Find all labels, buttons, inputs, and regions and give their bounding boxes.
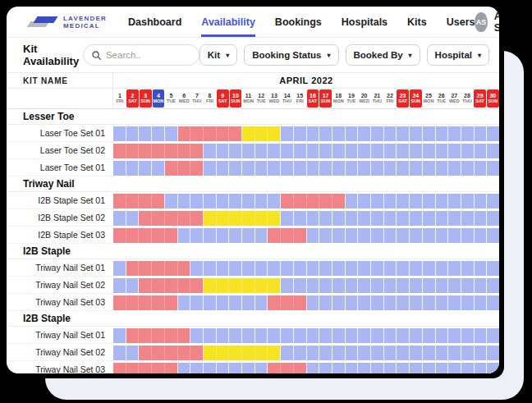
nav-item-hospitals[interactable]: Hospitals (342, 7, 388, 37)
availability-cell-booked[interactable] (139, 328, 152, 343)
availability-cell-available[interactable] (332, 228, 346, 243)
availability-cell-available[interactable] (397, 328, 410, 343)
availability-cell-available[interactable] (384, 261, 397, 276)
availability-cell-available[interactable] (165, 126, 178, 141)
availability-cell-pending[interactable] (268, 126, 281, 141)
filter-kit-dropdown[interactable]: Kit▾ (200, 44, 237, 66)
availability-cell-booked[interactable] (139, 261, 152, 276)
availability-cell-booked[interactable] (165, 328, 178, 343)
availability-cell-available[interactable] (423, 228, 436, 243)
availability-cell-available[interactable] (448, 278, 461, 293)
availability-cell-booked[interactable] (152, 211, 165, 226)
availability-cell-available[interactable] (487, 278, 499, 293)
availability-cell-available[interactable] (178, 363, 191, 374)
availability-cell-available[interactable] (126, 278, 140, 293)
availability-cell-available[interactable] (204, 295, 217, 310)
availability-cell-available[interactable] (358, 126, 371, 141)
availability-cell-available[interactable] (229, 144, 242, 158)
availability-cell-available[interactable] (423, 194, 436, 208)
availability-cell-pending[interactable] (255, 126, 268, 141)
availability-cell-available[interactable] (255, 261, 268, 276)
availability-cell-available[interactable] (178, 194, 191, 208)
availability-cell-booked[interactable] (178, 346, 191, 360)
availability-cell-available[interactable] (229, 295, 242, 310)
availability-cell-available[interactable] (461, 144, 475, 158)
availability-cell-available[interactable] (475, 363, 488, 374)
availability-cell-available[interactable] (307, 278, 320, 293)
availability-cell-available[interactable] (448, 295, 461, 310)
availability-cell-available[interactable] (436, 295, 449, 310)
availability-cell-available[interactable] (126, 346, 140, 360)
availability-cell-booked[interactable] (139, 194, 152, 208)
availability-cell-available[interactable] (242, 261, 255, 276)
availability-cell-available[interactable] (397, 161, 410, 176)
availability-cell-available[interactable] (204, 261, 217, 276)
availability-cell-available[interactable] (448, 328, 461, 343)
availability-cell-available[interactable] (397, 278, 410, 293)
availability-cell-available[interactable] (384, 295, 397, 310)
availability-cell-booked[interactable] (165, 278, 178, 293)
availability-cell-pending[interactable] (255, 211, 268, 226)
availability-cell-available[interactable] (410, 328, 423, 343)
nav-item-bookings[interactable]: Bookings (275, 7, 322, 37)
availability-cell-booked[interactable] (165, 161, 178, 176)
availability-cell-available[interactable] (294, 261, 307, 276)
availability-cell-available[interactable] (461, 261, 475, 276)
availability-cell-available[interactable] (346, 295, 359, 310)
availability-cell-pending[interactable] (242, 278, 255, 293)
availability-cell-booked[interactable] (332, 194, 346, 208)
availability-cell-booked[interactable] (152, 328, 165, 343)
availability-cell-available[interactable] (332, 278, 346, 293)
availability-cell-available[interactable] (242, 194, 255, 208)
availability-cell-booked[interactable] (126, 295, 140, 310)
availability-cell-available[interactable] (371, 346, 384, 360)
availability-cell-available[interactable] (410, 363, 423, 374)
availability-cell-booked[interactable] (268, 295, 281, 310)
availability-cell-available[interactable] (268, 261, 281, 276)
availability-cell-available[interactable] (217, 363, 230, 374)
availability-cell-available[interactable] (294, 161, 307, 176)
availability-cell-available[interactable] (255, 363, 268, 374)
availability-cell-booked[interactable] (165, 363, 178, 374)
availability-cell-available[interactable] (319, 261, 332, 276)
availability-cell-available[interactable] (319, 328, 332, 343)
availability-cell-booked[interactable] (165, 295, 178, 310)
availability-cell-booked[interactable] (178, 328, 191, 343)
availability-cell-available[interactable] (319, 144, 332, 158)
availability-cell-available[interactable] (461, 295, 475, 310)
availability-cell-booked[interactable] (165, 346, 178, 360)
availability-cell-available[interactable] (204, 194, 217, 208)
availability-cell-available[interactable] (165, 194, 178, 208)
availability-cell-available[interactable] (436, 261, 449, 276)
availability-cell-booked[interactable] (204, 126, 217, 141)
availability-cell-available[interactable] (423, 211, 436, 226)
availability-cell-available[interactable] (371, 144, 384, 158)
availability-cell-booked[interactable] (113, 228, 126, 243)
availability-cell-available[interactable] (229, 261, 242, 276)
availability-cell-booked[interactable] (268, 228, 281, 243)
availability-cell-available[interactable] (242, 328, 255, 343)
availability-cell-booked[interactable] (152, 228, 165, 243)
filter-booked-by-dropdown[interactable]: Booked By▾ (346, 44, 420, 66)
availability-cell-available[interactable] (475, 194, 488, 208)
availability-cell-available[interactable] (294, 328, 307, 343)
availability-cell-available[interactable] (423, 295, 436, 310)
availability-cell-pending[interactable] (217, 346, 230, 360)
availability-cell-available[interactable] (384, 363, 397, 374)
availability-cell-available[interactable] (358, 278, 371, 293)
availability-cell-available[interactable] (307, 261, 320, 276)
availability-cell-available[interactable] (371, 228, 384, 243)
availability-cell-available[interactable] (371, 363, 384, 374)
availability-cell-available[interactable] (487, 161, 499, 176)
availability-cell-booked[interactable] (281, 363, 294, 374)
availability-cell-pending[interactable] (268, 211, 281, 226)
availability-cell-available[interactable] (397, 228, 410, 243)
availability-cell-available[interactable] (410, 194, 423, 208)
filter-hospital-dropdown[interactable]: Hospital▾ (427, 44, 489, 66)
availability-cell-available[interactable] (487, 144, 499, 158)
availability-cell-available[interactable] (190, 261, 204, 276)
availability-cell-booked[interactable] (165, 211, 178, 226)
availability-cell-available[interactable] (217, 295, 230, 310)
availability-cell-available[interactable] (384, 211, 397, 226)
availability-cell-available[interactable] (307, 228, 320, 243)
